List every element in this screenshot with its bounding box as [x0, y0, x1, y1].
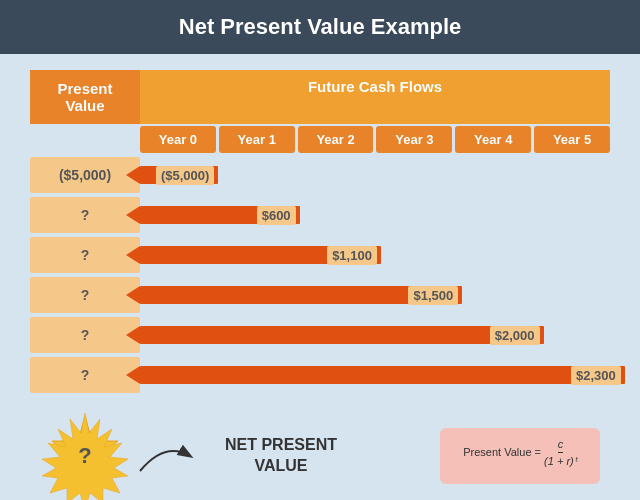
npv-label: NET PRESENTVALUE — [225, 435, 337, 477]
year-4: Year 4 — [455, 126, 531, 153]
arrow-bar-2: $1,100 — [140, 246, 381, 264]
cash-label-1: $600 — [257, 206, 296, 225]
data-row: ?$1,100 — [30, 237, 610, 273]
arrow-bar-5: $2,300 — [140, 366, 625, 384]
star-container: ? — [40, 411, 130, 500]
year-0: Year 0 — [140, 126, 216, 153]
data-row: ?$2,000 — [30, 317, 610, 353]
bar-area-5: $2,300 — [140, 357, 610, 393]
year-row: Year 0 Year 1 Year 2 Year 3 Year 4 Year … — [30, 126, 610, 153]
bar-area-1: $600 — [140, 197, 610, 233]
future-cash-flows-header: Future Cash Flows — [140, 70, 610, 124]
pv-cell-4: ? — [30, 317, 140, 353]
bar-area-4: $2,000 — [140, 317, 610, 353]
pv-cell-1: ? — [30, 197, 140, 233]
app-container: Net Present Value Example PresentValue F… — [0, 0, 640, 500]
data-row: ?$600 — [30, 197, 610, 233]
formula-fraction: c (1 + r)ᵗ — [544, 438, 577, 468]
data-rows: ($5,000)($5,000)?$600?$1,100?$1,500?$2,0… — [30, 157, 610, 393]
bottom-section: ? NET PRESENTVALUE Present Value = c (1 … — [30, 411, 610, 500]
present-value-label: PresentValue — [30, 70, 140, 124]
cash-label-4: $2,000 — [490, 326, 540, 345]
bar-area-3: $1,500 — [140, 277, 610, 313]
formula-box: Present Value = c (1 + r)ᵗ — [440, 428, 600, 484]
arrow-svg — [135, 436, 195, 476]
main-content: PresentValue Future Cash Flows Year 0 Ye… — [0, 54, 640, 500]
bar-area-2: $1,100 — [140, 237, 610, 273]
star-question: ? — [78, 443, 91, 469]
data-row: ?$1,500 — [30, 277, 610, 313]
cash-label-5: $2,300 — [571, 366, 621, 385]
formula-denominator: (1 + r)ᵗ — [544, 453, 577, 468]
cash-label-0: ($5,000) — [156, 166, 214, 185]
pv-cell-3: ? — [30, 277, 140, 313]
arrow-bar-3: $1,500 — [140, 286, 462, 304]
formula-numerator: c — [558, 438, 564, 453]
year-1: Year 1 — [219, 126, 295, 153]
year-cells: Year 0 Year 1 Year 2 Year 3 Year 4 Year … — [140, 126, 610, 153]
cash-label-2: $1,100 — [327, 246, 377, 265]
page-title: Net Present Value Example — [0, 0, 640, 54]
pv-spacer — [30, 126, 140, 153]
arrow-bar-0: ($5,000) — [140, 166, 218, 184]
data-row: ($5,000)($5,000) — [30, 157, 610, 193]
pv-cell-5: ? — [30, 357, 140, 393]
year-5: Year 5 — [534, 126, 610, 153]
formula-title: Present Value = c (1 + r)ᵗ — [454, 438, 586, 468]
year-3: Year 3 — [376, 126, 452, 153]
arrow-bar-4: $2,000 — [140, 326, 544, 344]
bar-area-0: ($5,000) — [140, 157, 610, 193]
top-row: PresentValue Future Cash Flows — [30, 70, 610, 124]
year-2: Year 2 — [298, 126, 374, 153]
data-row: ?$2,300 — [30, 357, 610, 393]
arrow-bar-1: $600 — [140, 206, 300, 224]
pv-cell-2: ? — [30, 237, 140, 273]
diagram: PresentValue Future Cash Flows Year 0 Ye… — [30, 70, 610, 393]
cash-label-3: $1,500 — [408, 286, 458, 305]
pv-cell-0: ($5,000) — [30, 157, 140, 193]
